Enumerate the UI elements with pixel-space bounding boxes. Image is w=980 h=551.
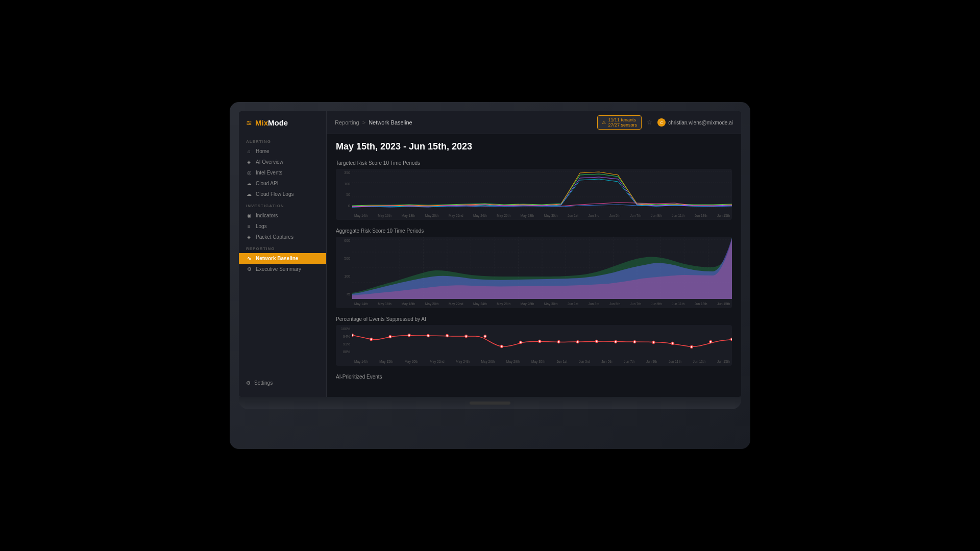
executive-summary-icon: ⚙: [246, 266, 252, 272]
chart3-x-axis: May 14th May 15th May 20th May 22nd May …: [352, 357, 732, 366]
reporting-section-label: REPORTING: [239, 242, 326, 253]
user-email: christian.wiens@mixmode.ai: [668, 120, 733, 126]
svg-point-38: [615, 341, 617, 343]
sidebar-item-logs[interactable]: ≡ Logs: [239, 221, 326, 232]
tenant-badge-icon: ⚠: [602, 120, 606, 125]
chart2-plot: [352, 237, 732, 299]
sensor-info: 27/27 sensors: [608, 122, 638, 128]
chart1-container: 350 100 50 0: [336, 169, 732, 220]
svg-point-43: [709, 341, 712, 343]
svg-point-42: [691, 346, 693, 348]
sidebar-item-indicators[interactable]: ◉ Indicators: [239, 210, 326, 221]
chart2-title: Aggregate Risk Score 10 Time Periods: [336, 228, 732, 234]
intel-events-icon: ◎: [246, 170, 252, 176]
main-content: Reporting > Network Baseline ⚠ 11/11 ten…: [327, 111, 741, 397]
sidebar-item-cloud-flow-label: Cloud Flow Logs: [256, 191, 293, 197]
sidebar-item-network-baseline[interactable]: ∿ Network Baseline: [239, 253, 326, 264]
logo: ≋ MixMode: [239, 118, 326, 135]
breadcrumb-parent[interactable]: Reporting: [335, 119, 359, 126]
indicators-icon: ◉: [246, 213, 252, 218]
sidebar-item-indicators-label: Indicators: [256, 213, 278, 218]
sidebar-item-home[interactable]: ⌂ Home: [239, 146, 326, 157]
sidebar-item-home-label: Home: [256, 148, 270, 154]
investigation-section-label: INVESTIGATION: [239, 199, 326, 210]
sidebar-item-cloud-api-label: Cloud API: [256, 181, 278, 186]
sidebar-item-ai-overview[interactable]: ◈ AI Overview: [239, 157, 326, 167]
logo-icon: ≋: [246, 119, 252, 127]
settings-label: Settings: [254, 380, 273, 386]
chart1-title: Targeted Risk Score 10 Time Periods: [336, 160, 732, 166]
dashboard: May 15th, 2023 - Jun 15th, 2023 Targeted…: [327, 134, 741, 397]
sidebar-item-ai-overview-label: AI Overview: [256, 159, 283, 165]
svg-point-30: [465, 335, 468, 338]
sidebar-item-packet-captures[interactable]: ◈ Packet Captures: [239, 232, 326, 242]
svg-point-24: [352, 334, 353, 337]
chart3-plot: [352, 325, 732, 357]
svg-point-36: [576, 341, 579, 343]
chart3-section: Percentage of Events Suppressed by AI 10…: [336, 316, 732, 366]
sidebar-item-cloud-flow-logs[interactable]: ☁ Cloud Flow Logs: [239, 189, 326, 199]
svg-point-40: [652, 341, 655, 344]
cloud-api-icon: ☁: [246, 181, 252, 186]
svg-point-32: [501, 345, 503, 348]
alerting-section-label: ALERTING: [239, 135, 326, 146]
svg-point-33: [520, 341, 522, 344]
sidebar-item-intel-events-label: Intel Events: [256, 170, 282, 176]
chart3-title: Percentage of Events Suppressed by AI: [336, 316, 732, 322]
date-range: May 15th, 2023 - Jun 15th, 2023: [336, 141, 732, 152]
chart2-y-axis: 600 500 100 75: [336, 237, 352, 298]
header: Reporting > Network Baseline ⚠ 11/11 ten…: [327, 111, 741, 134]
tenant-info: 11/11 tenants: [608, 117, 638, 122]
home-icon: ⌂: [246, 148, 252, 154]
header-right: ⚠ 11/11 tenants 27/27 sensors ☆ C christ…: [597, 115, 733, 130]
chart3-container: 100% 94% 91% 88%: [336, 325, 732, 366]
svg-point-34: [538, 340, 541, 343]
sidebar-item-packet-captures-label: Packet Captures: [256, 234, 293, 240]
svg-point-41: [671, 342, 674, 345]
sidebar-item-network-baseline-label: Network Baseline: [256, 256, 298, 261]
svg-point-35: [557, 341, 560, 343]
sidebar: ≋ MixMode ALERTING ⌂ Home ◈ AI Overview …: [239, 111, 327, 397]
ai-overview-icon: ◈: [246, 159, 252, 165]
settings-icon: ⚙: [246, 380, 251, 386]
user-avatar: C: [657, 118, 666, 127]
svg-point-31: [484, 335, 486, 338]
chart3-y-axis: 100% 94% 91% 88%: [336, 325, 352, 356]
chart1-y-axis: 350 100 50 0: [336, 169, 352, 210]
svg-point-44: [731, 338, 732, 341]
chart2-container: 600 500 100 75: [336, 237, 732, 308]
network-baseline-icon: ∿: [246, 256, 252, 261]
chart4-title: AI-Prioritized Events: [336, 374, 732, 380]
user-info: C christian.wiens@mixmode.ai: [657, 118, 733, 127]
laptop-base: [239, 397, 741, 409]
sidebar-item-logs-label: Logs: [256, 223, 267, 229]
svg-point-25: [370, 338, 373, 341]
svg-point-37: [596, 340, 598, 343]
sidebar-item-cloud-api[interactable]: ☁ Cloud API: [239, 178, 326, 189]
breadcrumb-separator: >: [362, 119, 365, 126]
svg-point-26: [389, 336, 391, 338]
star-icon[interactable]: ☆: [647, 119, 652, 126]
sidebar-item-intel-events[interactable]: ◎ Intel Events: [239, 167, 326, 178]
chart1-plot: [352, 169, 732, 211]
svg-point-28: [427, 335, 429, 337]
sidebar-item-executive-summary-label: Executive Summary: [256, 266, 301, 272]
logo-text: MixMode: [255, 118, 288, 127]
svg-point-39: [633, 341, 636, 343]
chart2-section: Aggregate Risk Score 10 Time Periods 600…: [336, 228, 732, 308]
chart2-x-axis: May 14th May 16th May 18th May 20th May …: [352, 299, 732, 308]
logs-icon: ≡: [246, 223, 252, 229]
breadcrumb: Reporting > Network Baseline: [335, 119, 412, 126]
cloud-flow-icon: ☁: [246, 191, 252, 197]
sidebar-item-executive-summary[interactable]: ⚙ Executive Summary: [239, 264, 326, 274]
chart1-x-axis: May 14th May 16th May 18th May 20th May …: [352, 211, 732, 220]
svg-point-29: [446, 335, 449, 337]
breadcrumb-current: Network Baseline: [369, 119, 412, 126]
packet-captures-icon: ◈: [246, 234, 252, 240]
settings-item[interactable]: ⚙ Settings: [246, 380, 319, 386]
tenant-badge: ⚠ 11/11 tenants 27/27 sensors: [597, 115, 642, 130]
svg-point-27: [408, 334, 410, 337]
chart1-section: Targeted Risk Score 10 Time Periods 350 …: [336, 160, 732, 220]
